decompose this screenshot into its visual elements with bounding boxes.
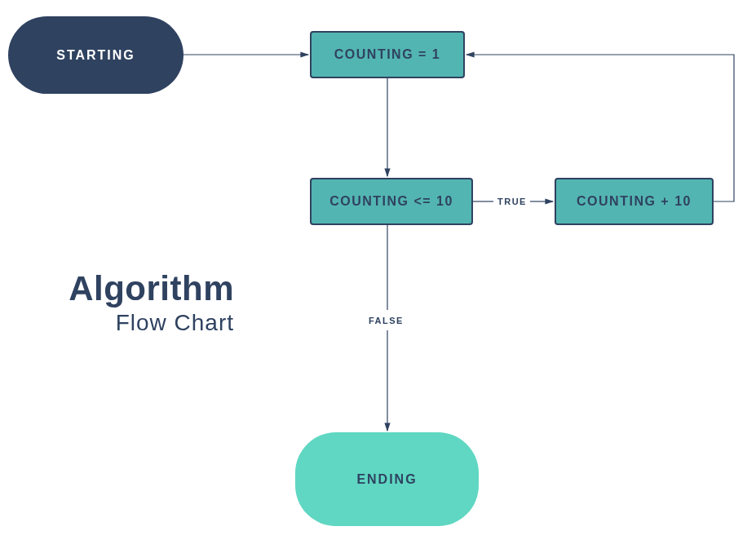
counting-condition-process: COUNTING <= 10	[310, 178, 473, 225]
start-terminator: STARTING	[8, 16, 183, 94]
counting-init-process: COUNTING = 1	[310, 31, 465, 78]
edge-label-true: TRUE	[497, 197, 527, 206]
start-label: STARTING	[56, 48, 135, 63]
end-label: ENDING	[356, 472, 417, 487]
diagram-title: Algorithm Flow Chart	[34, 269, 234, 336]
counting-increment-process: COUNTING + 10	[555, 178, 714, 225]
counting-cond-label: COUNTING <= 10	[329, 194, 453, 209]
counting-inc-label: COUNTING + 10	[577, 194, 692, 209]
end-terminator: ENDING	[295, 432, 479, 526]
title-main: Algorithm	[34, 269, 234, 308]
counting-init-label: COUNTING = 1	[334, 47, 440, 62]
edge-label-false: FALSE	[369, 316, 404, 325]
title-sub: Flow Chart	[34, 310, 234, 336]
